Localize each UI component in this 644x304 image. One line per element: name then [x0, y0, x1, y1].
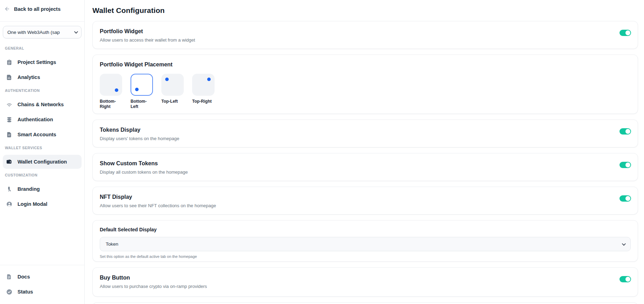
- sidebar-item-login-modal[interactable]: Login Modal: [3, 197, 82, 211]
- project-selector-dropdown[interactable]: One with Web3Auth (sap: [3, 26, 82, 38]
- file-icon: [6, 131, 13, 138]
- placement-label: Bottom-Left: [131, 99, 153, 109]
- sidebar-item-label: Wallet Configuration: [18, 159, 67, 165]
- position-dot-icon: [207, 78, 211, 81]
- sidebar-item-docs[interactable]: Docs: [3, 270, 82, 284]
- card-description: Allow users to see their NFT collections…: [100, 203, 631, 209]
- nft-display-toggle[interactable]: [620, 195, 631, 202]
- sidebar-item-label: Project Settings: [18, 59, 56, 65]
- user-icon: [6, 201, 13, 208]
- section-label-wallet-services: WALLET SERVICES: [5, 146, 79, 150]
- show-custom-tokens-toggle[interactable]: [620, 162, 631, 168]
- placement-options-row: Bottom-Right Bottom-Left Top-Left Top-Ri…: [100, 74, 631, 109]
- sidebar-item-label: Analytics: [18, 74, 40, 80]
- check-circle-icon: [6, 288, 13, 295]
- position-dot-icon: [165, 78, 169, 81]
- placement-tile: [192, 74, 215, 96]
- back-label: Back to all projects: [14, 6, 61, 12]
- sidebar-item-chains-networks[interactable]: Chains & Networks: [3, 97, 82, 111]
- buy-button-toggle[interactable]: [620, 276, 631, 282]
- select-label: Default Selected Display: [100, 226, 631, 233]
- card-title: Portfolio Widget Placement: [100, 61, 631, 68]
- toggle-knob: [625, 277, 630, 282]
- card-title: Buy Button: [100, 274, 631, 281]
- sidebar-item-authentication[interactable]: Authentication: [3, 113, 82, 126]
- analytics-doc-icon: [6, 74, 13, 81]
- main-content: Wallet Configuration Portfolio Widget Al…: [85, 0, 644, 304]
- toggle-knob: [625, 162, 630, 167]
- database-icon: [6, 116, 13, 123]
- sidebar: Back to all projects One with Web3Auth (…: [0, 0, 85, 304]
- sidebar-item-wallet-configuration[interactable]: Wallet Configuration: [3, 155, 82, 169]
- select-helper-text: Set this option as the default active ta…: [100, 254, 631, 259]
- sidebar-item-label: Docs: [18, 274, 30, 280]
- select-value: Token: [106, 241, 118, 247]
- placement-label: Top-Left: [161, 99, 184, 104]
- chevron-down-icon: [622, 241, 626, 245]
- position-dot-icon: [115, 88, 118, 92]
- card-description: Display all custom tokens on the homepag…: [100, 169, 631, 175]
- doc-icon: [6, 273, 13, 280]
- default-selected-display-card: Default Selected Display Token Set this …: [92, 220, 638, 262]
- placement-option-bottom-right[interactable]: Bottom-Right: [100, 74, 122, 109]
- sidebar-item-label: Login Modal: [18, 201, 47, 207]
- sidebar-item-label: Authentication: [18, 117, 53, 122]
- sidebar-item-label: Chains & Networks: [18, 102, 64, 107]
- sidebar-nav: GENERAL Project Settings Analytics AUTHE…: [0, 38, 84, 212]
- next-card-partial: [92, 302, 638, 304]
- buy-button-card: Buy Button Allow users to purchase crypt…: [92, 267, 638, 297]
- default-display-select[interactable]: Token: [100, 237, 631, 251]
- sidebar-item-status[interactable]: Status: [3, 285, 82, 299]
- tokens-display-card: Tokens Display Display users' tokens on …: [92, 120, 638, 147]
- card-description: Allow users to access their wallet from …: [100, 37, 631, 43]
- section-label-customization: CUSTOMIZATION: [5, 173, 79, 177]
- card-title: NFT Display: [100, 193, 631, 201]
- sidebar-item-label: Branding: [18, 186, 40, 192]
- toggle-knob: [625, 30, 630, 35]
- portfolio-widget-toggle[interactable]: [620, 30, 631, 36]
- sidebar-top-divider: [0, 21, 84, 22]
- toggle-knob: [625, 129, 630, 134]
- placement-tile: [161, 74, 184, 96]
- toggle-knob: [625, 196, 630, 201]
- position-dot-icon: [135, 88, 139, 91]
- card-title: Show Custom Tokens: [100, 160, 631, 167]
- sidebar-item-label: Smart Accounts: [18, 132, 56, 137]
- card-description: Display users' tokens on the homepage: [100, 136, 631, 142]
- placement-tile-selected: [131, 74, 153, 96]
- wallet-icon: [6, 158, 13, 165]
- sidebar-item-label: Status: [18, 289, 33, 295]
- placement-option-top-right[interactable]: Top-Right: [192, 74, 215, 109]
- show-custom-tokens-card: Show Custom Tokens Display all custom to…: [92, 153, 638, 181]
- tokens-display-toggle[interactable]: [620, 128, 631, 135]
- placement-option-top-left[interactable]: Top-Left: [161, 74, 184, 109]
- card-title: Tokens Display: [100, 126, 631, 133]
- placement-label: Top-Right: [192, 99, 215, 104]
- placement-tile: [100, 74, 122, 96]
- sidebar-item-smart-accounts[interactable]: Smart Accounts: [3, 128, 82, 142]
- clipboard-icon: [6, 59, 13, 66]
- project-selector-value: One with Web3Auth (sap: [7, 30, 60, 35]
- sidebar-footer: Docs Status: [0, 265, 84, 304]
- card-description: Allow users to purchase crypto via on-ra…: [100, 284, 631, 289]
- back-to-projects-link[interactable]: Back to all projects: [0, 0, 84, 21]
- sidebar-item-analytics[interactable]: Analytics: [3, 70, 82, 84]
- placement-label: Bottom-Right: [100, 99, 122, 109]
- wifi-icon: [6, 101, 13, 108]
- section-label-authentication: AUTHENTICATION: [5, 88, 79, 93]
- chevron-down-icon: [74, 30, 78, 34]
- section-label-general: GENERAL: [5, 46, 79, 50]
- portfolio-widget-placement-card: Portfolio Widget Placement Bottom-Right …: [92, 55, 638, 114]
- nft-display-card: NFT Display Allow users to see their NFT…: [92, 187, 638, 215]
- placement-option-bottom-left[interactable]: Bottom-Left: [131, 74, 153, 109]
- arrow-left-icon: [4, 6, 10, 12]
- sidebar-item-project-settings[interactable]: Project Settings: [3, 55, 82, 69]
- page-title: Wallet Configuration: [92, 6, 638, 15]
- card-title: Portfolio Widget: [100, 28, 631, 35]
- portfolio-widget-card: Portfolio Widget Allow users to access t…: [92, 21, 638, 49]
- brush-icon: [6, 186, 13, 193]
- sidebar-item-branding[interactable]: Branding: [3, 182, 82, 196]
